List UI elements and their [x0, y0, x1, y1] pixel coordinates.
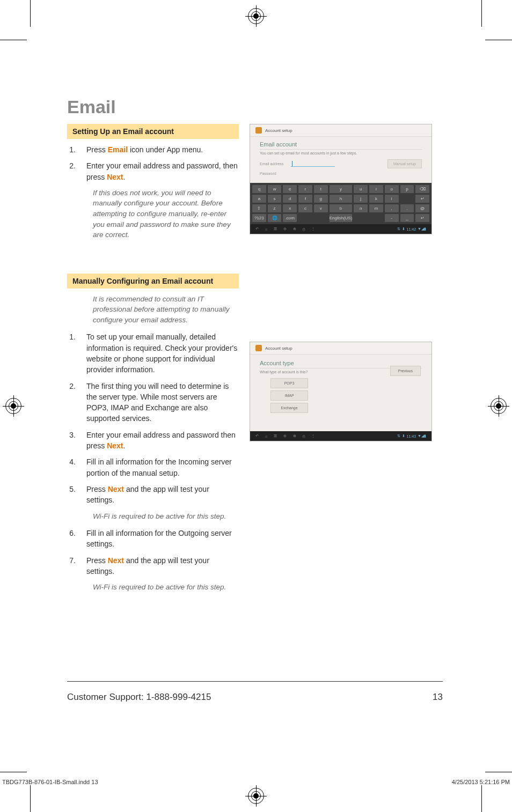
keyboard-key[interactable]: d — [283, 195, 297, 203]
keyboard-key[interactable]: k — [369, 195, 383, 203]
manual-setup-button[interactable]: Manual setup — [387, 159, 422, 168]
registration-mark-icon — [5, 398, 21, 414]
wifi-note: Wi-Fi is required to be active for this … — [93, 511, 239, 522]
keyboard-key[interactable]: , — [385, 204, 399, 212]
keyboard-key[interactable]: q — [252, 185, 266, 193]
keyboard-key[interactable]: English(US) — [330, 214, 353, 222]
slug-file: TBDG773B-876-01-IB-Small.indd 13 — [2, 779, 98, 785]
screenshot-email-setup: Account setup Email account You can set … — [250, 124, 432, 234]
keyboard-key[interactable]: @ — [415, 204, 429, 212]
keyboard-key[interactable]: b — [330, 204, 353, 212]
app-icon — [255, 127, 262, 134]
vol-up-icon[interactable]: ⊕ — [293, 227, 296, 231]
keyboard-key[interactable]: t — [314, 185, 328, 193]
recent-icon[interactable]: ☰ — [274, 227, 277, 231]
keyboard-key[interactable]: . — [400, 204, 414, 212]
vol-down-icon[interactable]: ⊖ — [283, 434, 287, 438]
keyboard-key[interactable]: n — [354, 204, 368, 212]
home-icon[interactable]: ⌂ — [265, 434, 267, 438]
keyboard-key[interactable]: y — [330, 185, 353, 193]
keyboard-key[interactable]: f — [298, 195, 312, 203]
keyboard-key[interactable]: .com — [283, 214, 297, 222]
navbar: ↶ ⌂ ☰ ⊖ ⊕ ⎙ ⋮ ⇅⬇11:43▼◢▮ — [250, 431, 431, 441]
section2-intro: It is recommended to consult an IT profe… — [93, 294, 239, 326]
back-icon[interactable]: ↶ — [255, 434, 259, 438]
section1-header: Setting Up an Email account — [67, 124, 239, 139]
screenshot-icon[interactable]: ⎙ — [303, 227, 305, 231]
keyboard-key[interactable]: _ — [400, 214, 414, 222]
keyboard-key[interactable]: ↵ — [415, 214, 429, 222]
screenshot-account-type: Account setup Account type What type of … — [250, 342, 432, 441]
previous-button[interactable]: Previous — [390, 366, 421, 376]
highlight: Next — [107, 173, 123, 181]
keyboard-key[interactable]: r — [298, 185, 312, 193]
section2-header: Manually Configuring an Email account — [67, 274, 239, 289]
vol-up-icon[interactable]: ⊕ — [293, 434, 296, 438]
back-icon[interactable]: ↶ — [255, 227, 259, 231]
customer-support: Customer Support: 1-888-999-4215 — [67, 692, 211, 703]
pop3-button[interactable]: POP3 — [270, 378, 308, 388]
section1-note: If this does not work, you will need to … — [93, 188, 239, 240]
keyboard-key[interactable]: m — [369, 204, 383, 212]
keyboard-key[interactable]: g — [314, 195, 328, 203]
keyboard[interactable]: qwertyuiop⌫asdfghjkl↵⇧zxcvbnm,.@?123🌐.co… — [250, 183, 431, 224]
screenshot-icon[interactable]: ⎙ — [303, 434, 305, 438]
keyboard-key[interactable]: x — [283, 204, 297, 212]
footer-divider — [67, 681, 443, 682]
email-field[interactable] — [291, 161, 335, 167]
keyboard-key[interactable]: v — [314, 204, 328, 212]
keyboard-key[interactable]: j — [354, 195, 368, 203]
keyboard-key[interactable]: w — [268, 185, 282, 193]
exchange-button[interactable]: Exchange — [270, 403, 308, 413]
keyboard-key[interactable]: p — [400, 185, 414, 193]
wifi-note: Wi-Fi is required to be active for this … — [93, 582, 239, 593]
registration-mark-icon — [248, 8, 264, 24]
step-number: 1. — [67, 144, 82, 155]
vol-down-icon[interactable]: ⊖ — [283, 227, 287, 231]
section1-steps: 1. Press Email icon under App menu. 2. E… — [67, 144, 239, 182]
home-icon[interactable]: ⌂ — [265, 227, 267, 231]
registration-mark-icon — [491, 398, 507, 414]
keyboard-key[interactable]: e — [283, 185, 297, 193]
registration-mark-icon — [248, 788, 264, 804]
imap-button[interactable]: IMAP — [270, 390, 308, 401]
keyboard-key[interactable]: o — [385, 185, 399, 193]
keyboard-key[interactable]: a — [252, 195, 266, 203]
keyboard-key[interactable]: l — [385, 195, 399, 203]
slug-date: 4/25/2013 5:21:16 PM — [452, 779, 510, 785]
keyboard-key[interactable]: - — [385, 214, 399, 222]
recent-icon[interactable]: ☰ — [274, 434, 277, 438]
section2-steps: 1.To set up your email manually, detaile… — [67, 331, 239, 505]
navbar: ↶ ⌂ ☰ ⊖ ⊕ ⎙ ⋮ ⇅⬇11:42▼◢▮ — [250, 224, 431, 234]
keyboard-key[interactable]: ↵ — [415, 195, 429, 203]
keyboard-key[interactable]: s — [268, 195, 282, 203]
mock-heading: Email account — [260, 141, 422, 150]
page-number: 13 — [433, 692, 443, 703]
keyboard-key[interactable]: 🌐 — [268, 214, 282, 222]
keyboard-key[interactable]: z — [268, 204, 282, 212]
keyboard-key[interactable]: c — [298, 204, 312, 212]
highlight: Email — [108, 145, 128, 154]
keyboard-key[interactable]: ⌫ — [415, 185, 429, 193]
keyboard-key[interactable]: h — [330, 195, 353, 203]
keyboard-key[interactable]: u — [354, 185, 368, 193]
page-title: Email — [67, 97, 443, 117]
step-number: 2. — [67, 160, 82, 182]
keyboard-key[interactable]: ⇧ — [252, 204, 266, 212]
keyboard-key[interactable]: ?123 — [252, 214, 266, 222]
keyboard-key[interactable]: i — [369, 185, 383, 193]
app-icon — [255, 345, 262, 351]
